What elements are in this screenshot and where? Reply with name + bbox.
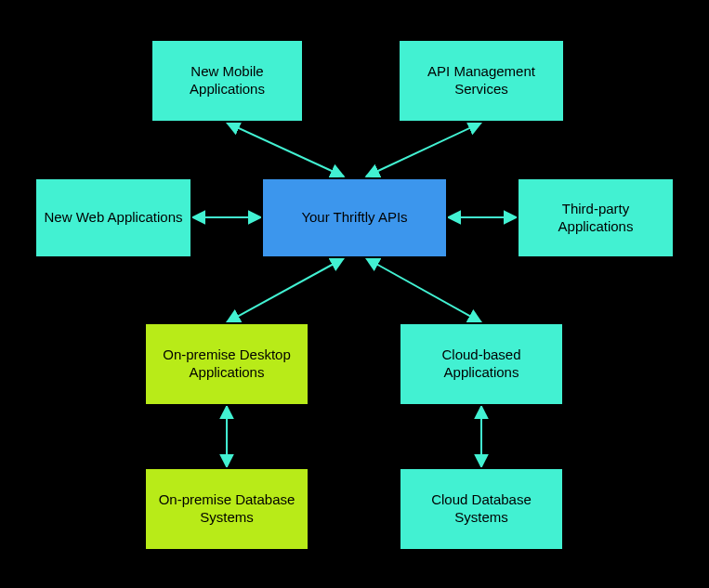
node-label: API Management Services [405, 63, 558, 98]
node-new-mobile: New Mobile Applications [151, 39, 304, 123]
node-third-party: Third-party Applications [517, 177, 675, 258]
node-api-mgmt: API Management Services [398, 39, 565, 123]
node-label: Cloud-based Applications [406, 346, 557, 382]
edge-cloud-apps-to-hub [366, 258, 481, 322]
connectors-layer [0, 0, 709, 588]
node-label: Cloud Database Systems [406, 491, 557, 527]
node-new-web: New Web Applications [34, 177, 192, 258]
edge-onprem-desktop-to-hub [227, 258, 344, 322]
node-label: Third-party Applications [524, 201, 667, 236]
node-onprem-desktop: On-premise Desktop Applications [144, 322, 309, 406]
edge-new-mobile-to-hub [227, 123, 344, 176]
edge-api-mgmt-to-hub [366, 123, 481, 176]
node-label: On-premise Database Systems [151, 491, 302, 527]
node-onprem-db: On-premise Database Systems [144, 467, 309, 551]
node-label: Your Thriftly APIs [301, 209, 407, 227]
node-cloud-db: Cloud Database Systems [399, 467, 564, 551]
node-label: On-premise Desktop Applications [151, 346, 302, 382]
node-label: New Mobile Applications [158, 63, 296, 98]
node-thriftly-apis: Your Thriftly APIs [261, 177, 448, 258]
node-cloud-apps: Cloud-based Applications [399, 322, 564, 406]
node-label: New Web Applications [45, 209, 183, 227]
